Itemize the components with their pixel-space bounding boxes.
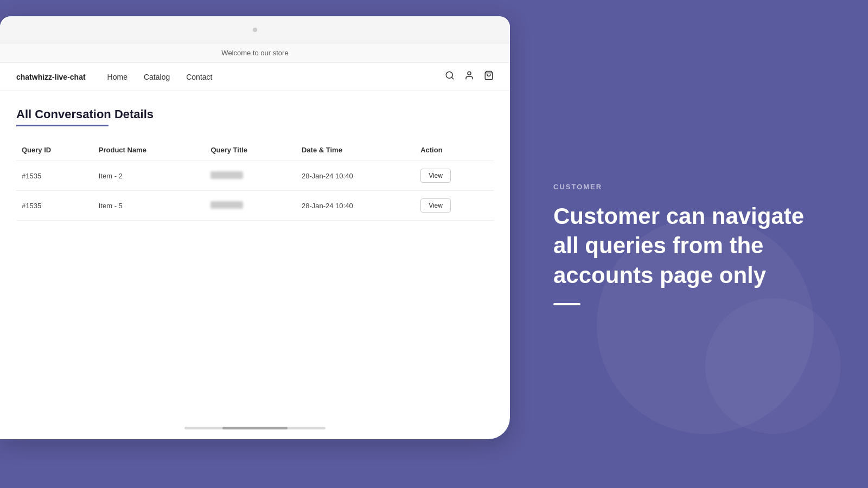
scroll-thumb [222, 427, 288, 429]
nav-icons [445, 70, 494, 83]
svg-point-2 [468, 72, 471, 75]
nav-link-contact[interactable]: Contact [186, 73, 212, 81]
col-header-action: Action [415, 139, 494, 161]
nav-link-home[interactable]: Home [107, 73, 127, 81]
customer-divider [553, 303, 580, 305]
browser-frame: Welcome to our store chatwhizz-live-chat… [0, 16, 510, 439]
cell-date-time-2: 28-Jan-24 10:40 [296, 191, 415, 221]
cell-action-1: View [415, 161, 494, 191]
store-nav: chatwhizz-live-chat Home Catalog Contact [0, 63, 510, 91]
blurred-query-title-2 [210, 201, 243, 209]
customer-label: CUSTOMER [553, 183, 825, 191]
cell-action-2: View [415, 191, 494, 221]
browser-topbar [0, 16, 510, 43]
cell-query-id-2: #1535 [16, 191, 93, 221]
svg-line-1 [451, 77, 453, 79]
table-header-row: Query ID Product Name Query Title Date &… [16, 139, 494, 161]
cell-product-name-1: Item - 2 [93, 161, 206, 191]
cell-query-id-1: #1535 [16, 161, 93, 191]
col-header-product-name: Product Name [93, 139, 206, 161]
section-title: All Conversation Details [16, 107, 494, 121]
cell-date-time-1: 28-Jan-24 10:40 [296, 161, 415, 191]
browser-dot [253, 28, 257, 32]
cell-query-title-1 [205, 161, 296, 191]
nav-links: Home Catalog Contact [107, 73, 445, 81]
nav-link-catalog[interactable]: Catalog [144, 73, 170, 81]
announcement-bar: Welcome to our store [0, 43, 510, 63]
cart-icon[interactable] [484, 70, 494, 83]
col-header-query-title: Query Title [205, 139, 296, 161]
view-button-2[interactable]: View [420, 198, 451, 213]
announcement-text: Welcome to our store [221, 49, 288, 57]
conversation-table: Query ID Product Name Query Title Date &… [16, 139, 494, 221]
blurred-query-title-1 [210, 171, 243, 179]
main-content: All Conversation Details Query ID Produc… [0, 91, 510, 237]
search-icon[interactable] [445, 70, 455, 83]
account-icon[interactable] [464, 70, 474, 83]
right-panel: CUSTOMER Customer can navigate all queri… [510, 0, 868, 488]
cell-product-name-2: Item - 5 [93, 191, 206, 221]
view-button-1[interactable]: View [420, 169, 451, 183]
table-row: #1535 Item - 2 28-Jan-24 10:40 View [16, 161, 494, 191]
cell-query-title-2 [205, 191, 296, 221]
table-row: #1535 Item - 5 28-Jan-24 10:40 View [16, 191, 494, 221]
col-header-query-id: Query ID [16, 139, 93, 161]
title-underline [16, 125, 108, 126]
customer-heading: Customer can navigate all queries from t… [553, 202, 825, 291]
scroll-indicator [184, 427, 326, 429]
col-header-date-time: Date & Time [296, 139, 415, 161]
store-logo: chatwhizz-live-chat [16, 73, 86, 81]
